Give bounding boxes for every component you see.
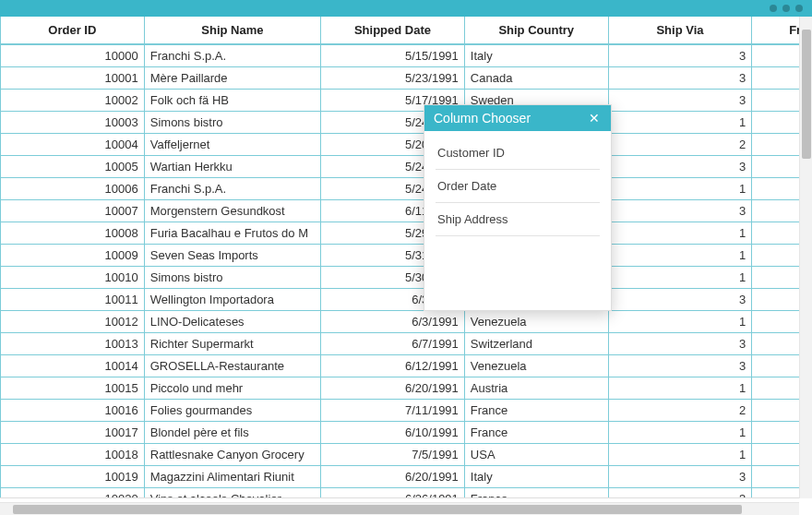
cell-ship-name[interactable]: Mère Paillarde xyxy=(144,67,320,90)
table-row[interactable]: 10020Vins et alcools Chevalier6/26/1991F… xyxy=(1,488,813,499)
cell-shipped-date[interactable]: 6/20/1991 xyxy=(321,377,465,400)
cell-ship-via[interactable]: 2 xyxy=(608,134,752,156)
cell-ship-name[interactable]: Simons bistro xyxy=(144,267,320,289)
column-header-ship-via[interactable]: Ship Via xyxy=(608,17,752,44)
column-header-ship-name[interactable]: Ship Name xyxy=(144,17,320,44)
cell-shipped-date[interactable]: 5/15/1991 xyxy=(321,44,465,67)
cell-ship-via[interactable]: 3 xyxy=(608,156,752,178)
cell-order-id[interactable]: 10011 xyxy=(1,289,145,311)
cell-ship-name[interactable]: Magazzini Alimentari Riunit xyxy=(144,466,320,488)
cell-ship-name[interactable]: Vaffeljernet xyxy=(144,134,320,156)
table-row[interactable]: 10015Piccolo und mehr6/20/1991Austria1 xyxy=(1,377,813,400)
table-row[interactable]: 10014GROSELLA-Restaurante6/12/1991Venezu… xyxy=(1,355,813,377)
cell-ship-country[interactable]: Italy xyxy=(464,466,608,488)
cell-order-id[interactable]: 10000 xyxy=(1,44,145,67)
cell-ship-via[interactable]: 3 xyxy=(608,355,752,377)
cell-ship-country[interactable]: Venezuela xyxy=(464,355,608,377)
close-icon[interactable]: ✕ xyxy=(587,111,602,126)
cell-ship-name[interactable]: Franchi S.p.A. xyxy=(144,178,320,200)
column-header-shipped-date[interactable]: Shipped Date xyxy=(321,17,465,44)
cell-ship-name[interactable]: Rattlesnake Canyon Grocery xyxy=(144,444,320,466)
table-row[interactable]: 10002Folk och fä HB5/17/1991Sweden3 xyxy=(1,90,813,112)
cell-order-id[interactable]: 10019 xyxy=(1,466,145,488)
cell-ship-country[interactable]: Switzerland xyxy=(464,333,608,355)
table-row[interactable]: 10003Simons bistro5/24/1991Denmark1 xyxy=(1,112,813,134)
table-row[interactable]: 10017Blondel père et fils6/10/1991France… xyxy=(1,422,813,444)
cell-order-id[interactable]: 10010 xyxy=(1,267,145,289)
window-control-icon[interactable] xyxy=(782,5,790,12)
cell-order-id[interactable]: 10004 xyxy=(1,134,145,156)
cell-order-id[interactable]: 10020 xyxy=(1,488,145,499)
cell-ship-via[interactable]: 3 xyxy=(608,200,752,222)
table-row[interactable]: 10012LINO-Delicateses6/3/1991Venezuela1$ xyxy=(1,311,813,333)
cell-ship-country[interactable]: France xyxy=(464,488,608,499)
cell-order-id[interactable]: 10003 xyxy=(1,112,145,134)
table-row[interactable]: 10018Rattlesnake Canyon Grocery7/5/1991U… xyxy=(1,444,813,466)
cell-ship-via[interactable]: 1 xyxy=(608,377,752,400)
cell-order-id[interactable]: 10008 xyxy=(1,222,145,245)
cell-ship-via[interactable]: 1 xyxy=(608,444,752,466)
horizontal-scrollbar-thumb[interactable] xyxy=(13,505,742,514)
table-row[interactable]: 10007Morgenstern Gesundkost6/11/1991Germ… xyxy=(1,200,813,222)
cell-ship-via[interactable]: 3 xyxy=(608,466,752,488)
cell-ship-name[interactable]: Folies gourmandes xyxy=(144,400,320,422)
cell-order-id[interactable]: 10009 xyxy=(1,245,145,267)
table-row[interactable]: 10006Franchi S.p.A.5/24/1991Italy1 xyxy=(1,178,813,200)
cell-ship-name[interactable]: Richter Supermarkt xyxy=(144,333,320,355)
cell-ship-country[interactable]: USA xyxy=(464,444,608,466)
cell-shipped-date[interactable]: 6/10/1991 xyxy=(321,422,465,444)
cell-order-id[interactable]: 10018 xyxy=(1,444,145,466)
table-row[interactable]: 10016Folies gourmandes7/11/1991France2$ xyxy=(1,400,813,422)
cell-ship-name[interactable]: Vins et alcools Chevalier xyxy=(144,488,320,499)
cell-ship-name[interactable]: GROSELLA-Restaurante xyxy=(144,355,320,377)
cell-ship-via[interactable]: 1 xyxy=(608,422,752,444)
cell-ship-name[interactable]: Franchi S.p.A. xyxy=(144,44,320,67)
cell-order-id[interactable]: 10013 xyxy=(1,333,145,355)
cell-ship-via[interactable]: 3 xyxy=(608,333,752,355)
cell-ship-via[interactable]: 2 xyxy=(608,400,752,422)
cell-ship-via[interactable]: 1 xyxy=(608,178,752,200)
column-header-ship-country[interactable]: Ship Country xyxy=(464,17,608,44)
vertical-scrollbar-thumb[interactable] xyxy=(802,30,811,159)
cell-shipped-date[interactable]: 6/20/1991 xyxy=(321,466,465,488)
cell-ship-country[interactable]: France xyxy=(464,400,608,422)
cell-ship-name[interactable]: Piccolo und mehr xyxy=(144,377,320,400)
cell-ship-via[interactable]: 1 xyxy=(608,245,752,267)
cell-ship-via[interactable]: 1 xyxy=(608,311,752,333)
cell-ship-country[interactable]: Italy xyxy=(464,44,608,67)
cell-ship-country[interactable]: Austria xyxy=(464,377,608,400)
cell-shipped-date[interactable]: 5/23/1991 xyxy=(321,67,465,90)
column-chooser-header[interactable]: Column Chooser ✕ xyxy=(424,105,611,131)
cell-ship-via[interactable]: 3 xyxy=(608,289,752,311)
cell-ship-via[interactable]: 3 xyxy=(608,90,752,112)
horizontal-scrollbar[interactable] xyxy=(0,502,799,515)
cell-ship-name[interactable]: Wellington Importadora xyxy=(144,289,320,311)
cell-order-id[interactable]: 10017 xyxy=(1,422,145,444)
table-row[interactable]: 10013Richter Supermarkt6/7/1991Switzerla… xyxy=(1,333,813,355)
cell-ship-via[interactable]: 3 xyxy=(608,488,752,499)
table-row[interactable]: 10005Wartian Herkku5/24/1991Finland3 xyxy=(1,156,813,178)
table-row[interactable]: 10008Furia Bacalhau e Frutos do M5/29/19… xyxy=(1,222,813,245)
cell-shipped-date[interactable]: 6/12/1991 xyxy=(321,355,465,377)
cell-shipped-date[interactable]: 6/7/1991 xyxy=(321,333,465,355)
cell-order-id[interactable]: 10005 xyxy=(1,156,145,178)
column-chooser-item[interactable]: Customer ID xyxy=(436,137,600,170)
window-control-icon[interactable] xyxy=(770,5,777,12)
cell-order-id[interactable]: 10007 xyxy=(1,200,145,222)
cell-ship-via[interactable]: 1 xyxy=(608,112,752,134)
cell-shipped-date[interactable]: 6/26/1991 xyxy=(321,488,465,499)
table-row[interactable]: 10001Mère Paillarde5/23/1991Canada3 xyxy=(1,67,813,90)
cell-ship-country[interactable]: Canada xyxy=(464,67,608,90)
column-header-order-id[interactable]: Order ID xyxy=(1,17,145,44)
table-row[interactable]: 10011Wellington Importadora6/3/1991Brazi… xyxy=(1,289,813,311)
cell-ship-name[interactable]: Seven Seas Imports xyxy=(144,245,320,267)
table-row[interactable]: 10010Simons bistro5/30/1991Denmark1 xyxy=(1,267,813,289)
cell-order-id[interactable]: 10016 xyxy=(1,400,145,422)
cell-ship-name[interactable]: Blondel père et fils xyxy=(144,422,320,444)
table-row[interactable]: 10000Franchi S.p.A.5/15/1991Italy3 xyxy=(1,44,813,67)
cell-ship-name[interactable]: Morgenstern Gesundkost xyxy=(144,200,320,222)
cell-order-id[interactable]: 10002 xyxy=(1,90,145,112)
cell-order-id[interactable]: 10012 xyxy=(1,311,145,333)
table-row[interactable]: 10019Magazzini Alimentari Riunit6/20/199… xyxy=(1,466,813,488)
cell-ship-via[interactable]: 3 xyxy=(608,67,752,90)
